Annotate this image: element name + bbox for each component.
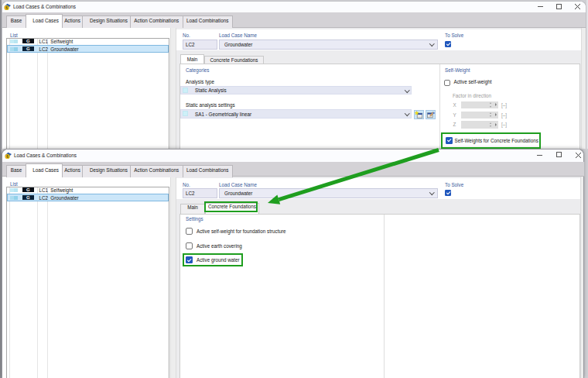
svg-text:6: 6 [6,155,9,159]
svg-text:6: 6 [5,6,8,10]
